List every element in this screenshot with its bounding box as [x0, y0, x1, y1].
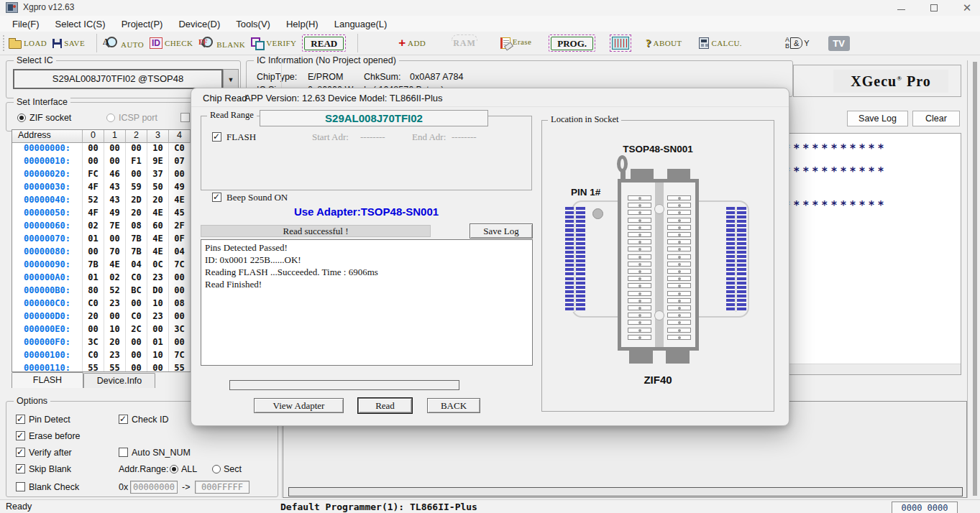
menu-project[interactable]: Project(P) — [115, 17, 170, 31]
read-button[interactable]: READ — [302, 34, 346, 52]
column-header[interactable]: 3 — [147, 130, 169, 143]
menu-help[interactable]: Help(H) — [280, 17, 325, 31]
tv-button[interactable]: TV — [828, 36, 850, 51]
hex-dump-table[interactable]: Address01234 00000000:00000010C000000010… — [12, 129, 192, 372]
check-id-checkbox[interactable] — [119, 415, 128, 424]
table-row[interactable]: 00000070:01007B4E0F — [12, 234, 191, 246]
erase-button[interactable]: Erase — [500, 37, 531, 49]
range-end-input[interactable]: 000FFFFF — [195, 481, 249, 494]
verify-after-checkbox[interactable] — [16, 448, 25, 457]
table-row[interactable]: 000000D0:2000C02300 — [12, 311, 191, 324]
table-row[interactable]: 00000080:00707B4E04 — [12, 246, 191, 259]
column-header[interactable]: 4 — [169, 130, 191, 143]
menu-file[interactable]: File(F) — [6, 17, 46, 31]
erase-before-checkbox[interactable] — [16, 431, 25, 440]
table-row[interactable]: 000000B0:8052BCD000 — [12, 285, 191, 298]
table-row[interactable]: 00000000:00000010C0 — [12, 143, 191, 156]
back-button[interactable]: BACK — [427, 398, 480, 413]
socket-slot — [667, 291, 691, 296]
dialog-read-button[interactable]: Read — [358, 398, 412, 413]
maximize-button[interactable] — [921, 0, 947, 16]
table-row[interactable]: 00000110:5555000055 — [12, 363, 191, 372]
logic-gate-button[interactable]: AB & Y — [785, 37, 810, 50]
table-row[interactable]: 000000E0:00102C003C — [12, 324, 191, 337]
vertical-scrollbar[interactable] — [973, 62, 977, 496]
save-button[interactable]: SAVE — [52, 39, 85, 48]
beep-checkbox[interactable] — [212, 193, 221, 202]
view-adapter-button[interactable]: View Adapter — [254, 398, 344, 413]
verify-button[interactable]: VERIFY — [251, 37, 296, 49]
table-row[interactable]: 00000040:52432D204E — [12, 195, 191, 208]
check-button[interactable]: ID CHECK — [150, 37, 193, 49]
load-button[interactable]: LOAD — [9, 38, 47, 49]
table-row[interactable]: 00000030:4F43595049 — [12, 182, 191, 195]
erase-label: Erase — [513, 37, 531, 46]
addr-range-sect-radio[interactable] — [212, 465, 221, 473]
blank-check-checkbox[interactable] — [16, 482, 25, 491]
status-bar: Ready Default Programmer(1): TL866II-Plu… — [0, 499, 980, 513]
column-header[interactable]: 0 — [83, 130, 104, 143]
socket-bottom-tab — [629, 351, 653, 364]
socket-slot — [628, 276, 651, 281]
icsp-vcc-checkbox[interactable] — [180, 113, 190, 122]
table-row[interactable]: 00000060:027E08602F — [12, 221, 191, 234]
menu-select-ic[interactable]: Select IC(S) — [49, 17, 112, 31]
pin-detect-checkbox[interactable] — [16, 415, 25, 424]
ic-info-label: IC Information (No Project opened) — [254, 55, 399, 65]
about-button[interactable]: ? ABOUT — [646, 37, 682, 50]
table-row[interactable]: 00000050:4F49204E45 — [12, 208, 191, 221]
hex-value: 20 — [126, 208, 147, 221]
icsp-port-radio[interactable] — [106, 114, 115, 122]
column-header[interactable]: 1 — [104, 130, 126, 143]
hex-address: 00000090: — [12, 259, 83, 272]
close-button[interactable]: ✕ — [954, 0, 980, 16]
minimize-button[interactable] — [888, 0, 914, 16]
hex-value: 01 — [83, 272, 104, 285]
socket-slot — [628, 320, 651, 325]
addr-range-all-radio[interactable] — [170, 465, 178, 473]
range-start-input[interactable]: 00000000 — [130, 481, 178, 494]
add-button[interactable]: + ADD — [398, 38, 426, 48]
skip-blank-checkbox[interactable] — [16, 464, 25, 473]
calc-button[interactable]: CALCU. — [699, 37, 741, 49]
auto-sn-checkbox[interactable] — [119, 448, 128, 457]
column-header[interactable]: 2 — [126, 130, 147, 143]
column-header[interactable]: Address — [12, 130, 83, 143]
flash-range-checkbox[interactable] — [212, 132, 221, 142]
auto-button[interactable]: A AUTO — [103, 36, 144, 50]
table-row[interactable]: 00000100:C02300107C — [12, 350, 191, 363]
dialog-log-box[interactable]: Pins Detected Passed! ID: 0x0001 225B...… — [201, 239, 533, 366]
table-row[interactable]: 000000F0:3C20000100 — [12, 337, 191, 350]
range-arrow: -> — [182, 482, 190, 492]
save-log-button[interactable]: Save Log — [847, 111, 908, 126]
erase-before-label: Erase before — [29, 431, 81, 441]
tab-flash[interactable]: FLASH — [12, 372, 83, 388]
ic-combo-dropdown-button[interactable]: ▼ — [223, 69, 239, 89]
table-row[interactable]: 00000090:7B4E040C7C — [12, 259, 191, 272]
ram-button[interactable]: RAM — [453, 38, 476, 49]
table-row[interactable]: 000000C0:C023001008 — [12, 298, 191, 311]
blank-button[interactable]: FF BLANK — [198, 36, 245, 50]
hex-value: 23 — [147, 311, 169, 324]
hex-value: 80 — [83, 285, 104, 298]
zif-socket-radio[interactable] — [17, 114, 26, 122]
menu-language[interactable]: Language(L) — [328, 17, 394, 31]
zif-lever-icon — [617, 155, 628, 172]
table-row[interactable]: 000000A0:0102C02300 — [12, 272, 191, 285]
menu-device[interactable]: Device(D) — [172, 17, 226, 31]
xgpro-window: Xgpro v12.63 ✕ File(F) Select IC(S) Proj… — [0, 0, 980, 513]
prog-button[interactable]: PROG. — [549, 34, 595, 52]
options-label: Options — [14, 396, 50, 406]
dialog-title-bar[interactable]: Chip Read APP Version: 12.63 Device Mode… — [191, 88, 789, 107]
clear-button[interactable]: Clear — [912, 111, 960, 126]
tab-device-info[interactable]: Device.Info — [83, 373, 155, 388]
table-row[interactable]: 00000020:FC46003700 — [12, 169, 191, 182]
dialog-save-log-button[interactable]: Save Log — [470, 223, 533, 239]
blank-check-label: Blank Check — [29, 482, 79, 492]
ic-combo-box[interactable]: S29AL008J70TFI02 @TSOP48 — [13, 69, 223, 89]
ic-test-button[interactable] — [610, 34, 631, 52]
hex-value: 4E — [147, 234, 169, 246]
select-ic-label: Select IC — [14, 55, 56, 65]
table-row[interactable]: 00000010:0000F19E07 — [12, 156, 191, 169]
menu-tools[interactable]: Tools(V) — [229, 17, 277, 31]
